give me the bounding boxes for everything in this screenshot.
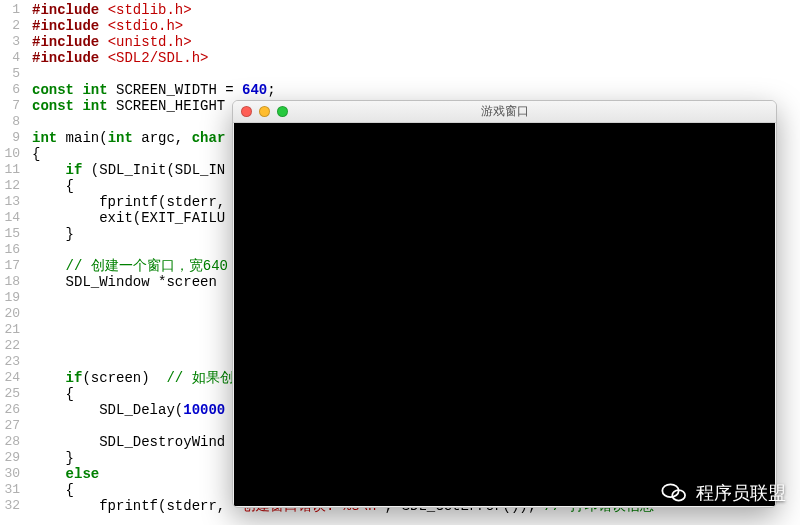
token-cmt: // 如果创 — [166, 370, 233, 386]
token-text: ; — [267, 82, 275, 98]
token-text: (screen) — [82, 370, 166, 386]
line-number: 25 — [4, 386, 20, 402]
token-cmt: // 创建一个窗口，宽640 — [66, 258, 228, 274]
line-number: 14 — [4, 210, 20, 226]
line-number: 5 — [4, 66, 20, 82]
zoom-icon[interactable] — [277, 106, 288, 117]
line-number: 10 — [4, 146, 20, 162]
line-number: 22 — [4, 338, 20, 354]
token-text: fprintf(stderr, — [32, 194, 225, 210]
code-line[interactable]: #include <stdlib.h> — [32, 2, 800, 18]
line-number: 20 — [4, 306, 20, 322]
token-ang: <stdio.h> — [108, 18, 184, 34]
token-kw: int — [32, 130, 57, 146]
titlebar[interactable]: 游戏窗口 — [233, 101, 776, 123]
token-pp: #include — [32, 34, 108, 50]
line-number: 19 — [4, 290, 20, 306]
sdl-window[interactable]: 游戏窗口 — [232, 100, 777, 508]
token-pp: #include — [32, 50, 108, 66]
token-text: { — [32, 146, 40, 162]
token-num: 640 — [242, 82, 267, 98]
traffic-lights — [241, 106, 288, 117]
line-number: 11 — [4, 162, 20, 178]
token-text: } — [32, 450, 74, 466]
line-number: 1 — [4, 2, 20, 18]
line-number: 23 — [4, 354, 20, 370]
code-line[interactable]: #include <SDL2/SDL.h> — [32, 50, 800, 66]
token-kw: char — [192, 130, 226, 146]
minimize-icon[interactable] — [259, 106, 270, 117]
token-kw: const int — [32, 98, 108, 114]
line-number: 8 — [4, 114, 20, 130]
token-text: fprintf(stderr, — [32, 498, 234, 514]
token-text: argc, — [133, 130, 192, 146]
token-kw: const int — [32, 82, 108, 98]
token-text: SDL_Window *screen — [32, 274, 217, 290]
line-number: 27 — [4, 418, 20, 434]
line-number: 15 — [4, 226, 20, 242]
line-number: 24 — [4, 370, 20, 386]
line-number: 32 — [4, 498, 20, 514]
token-text: SDL_Delay( — [32, 402, 183, 418]
token-text: main( — [57, 130, 107, 146]
token-text: { — [32, 178, 74, 194]
token-pp: #include — [32, 2, 108, 18]
token-text: exit(EXIT_FAILU — [32, 210, 225, 226]
line-number: 6 — [4, 82, 20, 98]
token-text: SDL_DestroyWind — [32, 434, 225, 450]
line-number: 16 — [4, 242, 20, 258]
token-text: (SDL_Init(SDL_IN — [82, 162, 225, 178]
line-number: 30 — [4, 466, 20, 482]
token-text: SCREEN_WIDTH = — [108, 82, 242, 98]
token-kw: if — [66, 370, 83, 386]
token-text — [32, 258, 66, 274]
token-text — [32, 466, 66, 482]
token-ang: <unistd.h> — [108, 34, 192, 50]
token-text — [32, 370, 66, 386]
code-line[interactable] — [32, 66, 800, 82]
code-line[interactable]: #include <unistd.h> — [32, 34, 800, 50]
close-icon[interactable] — [241, 106, 252, 117]
line-number: 29 — [4, 450, 20, 466]
token-ang: <SDL2/SDL.h> — [108, 50, 209, 66]
line-number: 17 — [4, 258, 20, 274]
code-line[interactable]: const int SCREEN_WIDTH = 640; — [32, 82, 800, 98]
line-number: 28 — [4, 434, 20, 450]
token-text: SCREEN_HEIGHT — [108, 98, 226, 114]
line-number: 9 — [4, 130, 20, 146]
line-number: 26 — [4, 402, 20, 418]
token-text: { — [32, 386, 74, 402]
line-number: 21 — [4, 322, 20, 338]
token-kw: int — [108, 130, 133, 146]
token-ang: <stdlib.h> — [108, 2, 192, 18]
line-number: 12 — [4, 178, 20, 194]
window-content — [234, 123, 775, 506]
line-number: 7 — [4, 98, 20, 114]
token-pp: #include — [32, 18, 108, 34]
token-text — [32, 162, 66, 178]
line-number: 18 — [4, 274, 20, 290]
line-number: 3 — [4, 34, 20, 50]
code-line[interactable]: #include <stdio.h> — [32, 18, 800, 34]
token-num: 10000 — [183, 402, 225, 418]
line-number: 31 — [4, 482, 20, 498]
token-text: { — [32, 482, 74, 498]
line-number: 4 — [4, 50, 20, 66]
window-title: 游戏窗口 — [233, 103, 776, 120]
token-kw: if — [66, 162, 83, 178]
token-text: } — [32, 226, 74, 242]
line-number: 13 — [4, 194, 20, 210]
token-kw: else — [66, 466, 100, 482]
line-number-gutter: 1234567891011121314151617181920212223242… — [0, 0, 28, 525]
line-number: 2 — [4, 18, 20, 34]
